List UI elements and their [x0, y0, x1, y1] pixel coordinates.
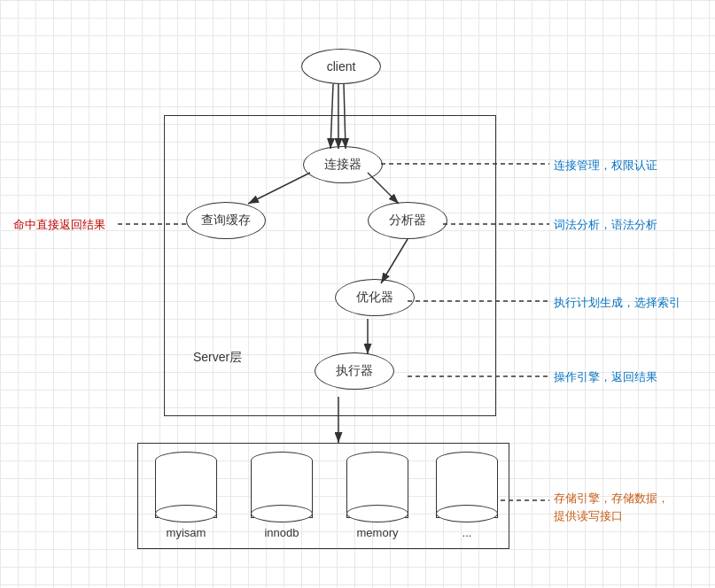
etc-label: ... [462, 526, 472, 539]
client-node: client [301, 49, 381, 84]
memory-label: memory [357, 526, 399, 539]
innodb-label: innodb [264, 526, 299, 539]
annotation-connector: 连接管理，权限认证 [554, 158, 657, 174]
annotation-storage-engine: 存储引擎，存储数据， 提供读写接口 [554, 490, 669, 524]
connector-label: 连接器 [324, 157, 361, 173]
etc-cylinder: ... [436, 452, 498, 539]
optimizer-node: 优化器 [335, 279, 415, 316]
executor-label: 执行器 [336, 363, 373, 379]
annotation-executor: 操作引擎，返回结果 [554, 369, 657, 385]
connector-node: 连接器 [303, 146, 383, 183]
innodb-cylinder: innodb [251, 452, 313, 539]
diagram-container: client Server层 连接器 查询缓存 分析器 优化器 执行器 myis… [0, 0, 715, 588]
myisam-label: myisam [167, 526, 206, 539]
client-label: client [327, 59, 356, 74]
analyzer-label: 分析器 [389, 213, 426, 228]
annotation-analyzer: 词法分析，语法分析 [554, 217, 657, 233]
query-cache-label: 查询缓存 [201, 213, 251, 228]
annotation-query-cache: 命中直接返回结果 [13, 217, 105, 233]
query-cache-node: 查询缓存 [186, 202, 266, 239]
executor-node: 执行器 [315, 352, 394, 390]
optimizer-label: 优化器 [356, 290, 393, 306]
server-layer-label: Server层 [193, 350, 242, 366]
memory-cylinder: memory [346, 452, 408, 539]
annotation-optimizer: 执行计划生成，选择索引 [554, 295, 680, 311]
myisam-cylinder: myisam [155, 452, 217, 539]
analyzer-node: 分析器 [368, 202, 447, 239]
